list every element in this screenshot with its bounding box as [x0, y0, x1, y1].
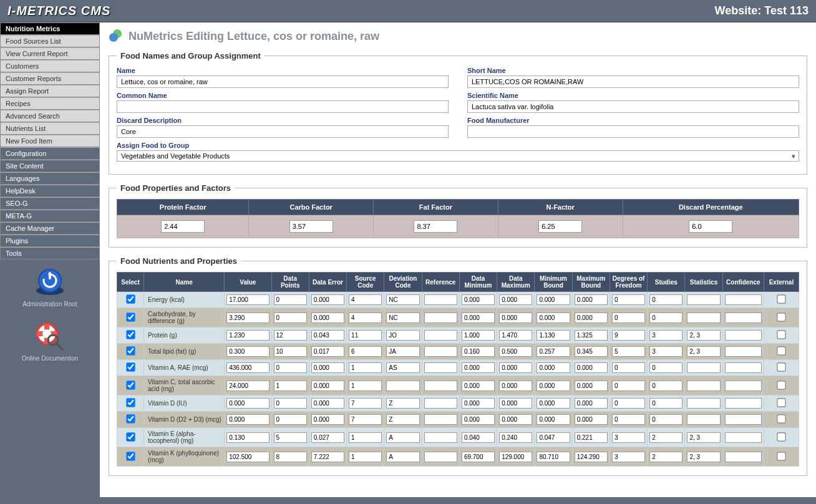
sidebar-item-site-content[interactable]: Site Content [0, 160, 100, 172]
row-select-checkbox[interactable] [126, 313, 135, 321]
nutr-dev-input[interactable] [386, 398, 419, 409]
nutr-dev-input[interactable] [386, 362, 419, 373]
row-external-checkbox[interactable] [777, 362, 785, 371]
nutr-minb-input[interactable] [537, 294, 570, 305]
nutr-stats-input[interactable] [687, 346, 720, 357]
nutr-error-input[interactable] [311, 398, 344, 409]
nutr-stats-input[interactable] [687, 294, 720, 305]
nutr-points-input[interactable] [274, 362, 307, 373]
name-input[interactable] [117, 75, 449, 88]
nutr-conf-input[interactable] [725, 313, 762, 323]
nutr-stud-input[interactable] [649, 432, 682, 443]
nutr-dof-input[interactable] [612, 432, 645, 443]
nutr-stud-input[interactable] [649, 294, 682, 305]
nutr-max-input[interactable] [499, 398, 532, 409]
nutr-error-input[interactable] [311, 362, 344, 373]
nutr-dev-input[interactable] [386, 346, 419, 357]
common-name-input[interactable] [117, 100, 449, 113]
nutr-source-input[interactable] [349, 294, 382, 305]
admin-root-link[interactable]: Administration Root [0, 259, 100, 314]
row-external-checkbox[interactable] [777, 380, 785, 389]
nutr-source-input[interactable] [349, 452, 382, 462]
nutr-error-input[interactable] [311, 380, 344, 391]
nutr-stud-input[interactable] [649, 313, 682, 323]
nutr-max-input[interactable] [499, 346, 532, 357]
row-select-checkbox[interactable] [126, 414, 135, 423]
sidebar-item-nutrition-metrics[interactable]: Nutrition Metrics [0, 22, 100, 35]
nutr-max-input[interactable] [499, 294, 532, 305]
nutr-min-input[interactable] [462, 398, 495, 409]
nutr-ref-input[interactable] [424, 294, 457, 305]
scientific-name-input[interactable] [467, 100, 799, 113]
row-external-checkbox[interactable] [777, 414, 785, 423]
nutr-conf-input[interactable] [725, 432, 762, 443]
nutr-max-input[interactable] [499, 452, 532, 462]
sidebar-item-languages[interactable]: Languages [0, 172, 100, 185]
nutr-points-input[interactable] [274, 452, 307, 462]
nutr-maxb-input[interactable] [575, 313, 608, 323]
nutr-maxb-input[interactable] [575, 380, 608, 391]
nutr-min-input[interactable] [462, 380, 495, 391]
nutr-minb-input[interactable] [537, 330, 570, 341]
nutr-stud-input[interactable] [649, 362, 682, 373]
nutr-ref-input[interactable] [424, 330, 457, 341]
nutr-value-input[interactable] [226, 346, 269, 357]
row-select-checkbox[interactable] [126, 294, 135, 303]
group-select[interactable] [117, 150, 799, 162]
factor-input-3[interactable] [538, 220, 582, 233]
nutr-stats-input[interactable] [687, 432, 720, 443]
nutr-stats-input[interactable] [687, 313, 720, 323]
nutr-minb-input[interactable] [537, 452, 570, 462]
nutr-points-input[interactable] [274, 380, 307, 391]
sidebar-item-customers[interactable]: Customers [0, 60, 100, 72]
factor-input-1[interactable] [289, 220, 333, 233]
nutr-max-input[interactable] [499, 330, 532, 341]
nutr-points-input[interactable] [274, 432, 307, 443]
nutr-maxb-input[interactable] [575, 414, 608, 425]
row-select-checkbox[interactable] [126, 398, 135, 407]
nutr-points-input[interactable] [274, 414, 307, 425]
sidebar-item-customer-reports[interactable]: Customer Reports [0, 72, 100, 85]
nutr-value-input[interactable] [226, 380, 269, 391]
row-external-checkbox[interactable] [777, 452, 785, 460]
nutr-value-input[interactable] [226, 313, 269, 323]
nutr-conf-input[interactable] [725, 330, 762, 341]
nutr-min-input[interactable] [462, 313, 495, 323]
nutr-points-input[interactable] [274, 346, 307, 357]
row-external-checkbox[interactable] [777, 313, 785, 321]
nutr-min-input[interactable] [462, 432, 495, 443]
nutr-stud-input[interactable] [649, 452, 682, 462]
row-select-checkbox[interactable] [126, 346, 135, 355]
row-select-checkbox[interactable] [126, 380, 135, 389]
nutr-min-input[interactable] [462, 346, 495, 357]
online-docs-link[interactable]: Online Documention [0, 314, 100, 368]
nutr-min-input[interactable] [462, 452, 495, 462]
nutr-points-input[interactable] [274, 398, 307, 409]
nutr-value-input[interactable] [226, 294, 269, 305]
sidebar-item-advanced-search[interactable]: Advanced Search [0, 110, 100, 122]
nutr-source-input[interactable] [349, 346, 382, 357]
factor-input-2[interactable] [414, 220, 457, 233]
nutr-dev-input[interactable] [386, 414, 419, 425]
sidebar-item-plugins[interactable]: Plugins [0, 235, 100, 247]
nutr-source-input[interactable] [349, 330, 382, 341]
nutr-max-input[interactable] [499, 313, 532, 323]
nutr-source-input[interactable] [349, 414, 382, 425]
nutr-minb-input[interactable] [537, 398, 570, 409]
nutr-dev-input[interactable] [386, 380, 419, 391]
nutr-source-input[interactable] [349, 380, 382, 391]
factor-input-4[interactable] [689, 220, 732, 233]
nutr-max-input[interactable] [499, 414, 532, 425]
nutr-stud-input[interactable] [649, 330, 682, 341]
nutr-dev-input[interactable] [386, 294, 419, 305]
sidebar-item-tools[interactable]: Tools [0, 247, 100, 259]
sidebar-item-cache-manager[interactable]: Cache Manager [0, 222, 100, 235]
nutr-conf-input[interactable] [725, 362, 762, 373]
nutr-stud-input[interactable] [649, 398, 682, 409]
nutr-conf-input[interactable] [725, 380, 762, 391]
nutr-conf-input[interactable] [725, 398, 762, 409]
discard-desc-input[interactable] [117, 125, 449, 138]
nutr-dof-input[interactable] [612, 313, 645, 323]
nutr-dof-input[interactable] [612, 380, 645, 391]
nutr-max-input[interactable] [499, 362, 532, 373]
